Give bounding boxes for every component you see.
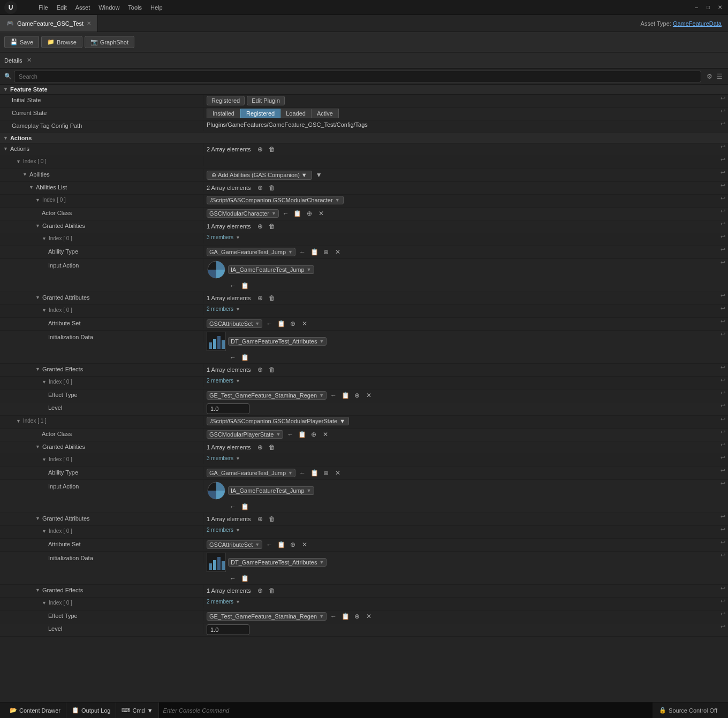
granted-attributes-1-remove[interactable]: 🗑 [267,514,277,524]
effect-type-1-clear[interactable]: ✕ [364,612,374,621]
effect-type-1-add[interactable]: ⊕ [352,612,362,621]
actor-class-0-add-icon[interactable]: ⊕ [305,209,314,218]
console-input[interactable] [159,702,653,718]
action-index-0-collapse[interactable]: ▼ [16,159,21,164]
abilities-list-remove[interactable]: 🗑 [267,183,277,193]
abilities-list-index-0-collapse[interactable]: ▼ [35,197,40,203]
gameplay-tag-reset[interactable]: ↩ [717,120,728,127]
init-data-0-select[interactable]: DT_GameFeatureTest_Attributes ▼ [228,337,327,346]
effect-type-0-reset[interactable]: ↩ [717,389,728,396]
ability-type-0-add2[interactable]: ⊕ [321,247,331,257]
abilities-collapse[interactable]: ▼ [22,172,27,177]
attribute-set-0-nav[interactable]: ← [264,319,274,329]
input-action-1-reset[interactable]: ↩ [717,480,728,487]
initial-state-reset[interactable]: ↩ [717,95,728,102]
granted-effects-1-reset[interactable]: ↩ [717,585,728,592]
actor-class-1-nav[interactable]: ← [285,430,295,439]
granted-effects-0-add[interactable]: ⊕ [255,365,265,375]
ability-type-1-add[interactable]: ⊕ [321,468,331,478]
granted-abilities-0-reset[interactable]: ↩ [717,220,728,227]
attribute-set-0-reset[interactable]: ↩ [717,318,728,325]
granted-abilities-1-index-0-reset[interactable]: ↩ [717,454,728,461]
granted-effects-0-reset[interactable]: ↩ [717,364,728,371]
asset-type-link[interactable]: GameFeatureData [673,20,722,27]
actions-add-icon[interactable]: ⊕ [255,144,265,154]
attribute-set-0-select[interactable]: GSCAttributeSet ▼ [207,319,262,328]
actor-class-1-select[interactable]: GSCModularPlayerState ▼ [207,430,283,439]
level-0-reset[interactable]: ↩ [717,402,728,409]
search-settings-icon[interactable]: ⚙ [706,72,714,81]
abilities-expand-icon[interactable]: ▼ [314,170,324,180]
granted-effects-1-collapse[interactable]: ▼ [35,587,40,593]
effect-type-0-select[interactable]: GE_Test_GameFeature_Stamina_Regen ▼ [207,391,327,400]
granted-effects-1-remove[interactable]: 🗑 [267,586,277,595]
granted-attrs-index-0-collapse[interactable]: ▼ [42,308,47,313]
ability-type-1-nav[interactable]: ← [298,468,307,478]
content-drawer-button[interactable]: 📂 Content Drawer [4,702,66,719]
attribute-set-1-select[interactable]: GSCAttributeSet ▼ [207,540,262,549]
menu-tools[interactable]: Tools [128,4,142,11]
effect-type-1-nav[interactable]: ← [329,612,338,621]
granted-effects-0-remove[interactable]: 🗑 [267,365,277,375]
granted-attributes-1-add[interactable]: ⊕ [255,514,265,524]
source-control-status[interactable]: 🔒 Source Control Off [653,707,724,714]
input-action-1-select[interactable]: IA_GameFeatureTest_Jump ▼ [228,486,314,495]
menu-help[interactable]: Help [150,4,163,11]
effect-type-1-copy[interactable]: 📋 [340,612,350,621]
maximize-button[interactable]: □ [704,4,712,11]
actor-class-0-copy-icon[interactable]: 📋 [293,209,302,218]
granted-attributes-0-add[interactable]: ⊕ [255,293,265,303]
granted-abilities-index-0-collapse[interactable]: ▼ [42,236,47,241]
granted-abilities-0-remove[interactable]: 🗑 [267,221,277,231]
path-bar-0-arrow[interactable]: ▼ [335,197,340,203]
granted-abilities-1-add[interactable]: ⊕ [255,442,265,452]
granted-abilities-members-arrow[interactable]: ▼ [236,235,240,240]
menu-edit[interactable]: Edit [57,4,67,11]
abilities-list-collapse[interactable]: ▼ [29,185,34,190]
granted-attrs-index-0-reset[interactable]: ↩ [717,305,728,312]
cmd-button[interactable]: ⌨ Cmd ▼ [116,702,158,719]
granted-effects-1-index-0-reset[interactable]: ↩ [717,598,728,605]
ability-type-0-copy[interactable]: 📋 [309,247,319,257]
search-filter-icon[interactable]: ☰ [716,72,724,81]
attribute-set-0-add[interactable]: ⊕ [288,319,298,329]
granted-abilities-1-index-0-collapse[interactable]: ▼ [42,457,47,462]
actor-class-1-clear[interactable]: ✕ [321,430,330,439]
tab-close-icon[interactable]: ✕ [87,20,91,26]
ability-type-1-reset[interactable]: ↩ [717,467,728,474]
level-1-input[interactable] [207,624,249,635]
granted-attributes-0-remove[interactable]: 🗑 [267,293,277,303]
menu-file[interactable]: File [39,4,48,11]
init-data-1-nav[interactable]: ← [228,574,238,583]
granted-abilities-index-0-reset[interactable]: ↩ [717,233,728,240]
granted-abilities-0-collapse[interactable]: ▼ [35,223,40,228]
granted-attributes-1-collapse[interactable]: ▼ [35,516,40,521]
action-index-1-collapse[interactable]: ▼ [16,418,21,424]
ability-type-0-nav[interactable]: ← [298,247,307,257]
output-log-button[interactable]: 📋 Output Log [66,702,116,719]
actor-class-0-clear-icon[interactable]: ✕ [316,209,326,218]
ability-type-0-select[interactable]: GA_GameFeatureTest_Jump ▼ [207,248,295,256]
action-index-0-reset[interactable]: ↩ [717,156,728,163]
input-action-1-copy[interactable]: 📋 [240,502,249,511]
init-data-1-reset[interactable]: ↩ [717,552,728,559]
level-1-reset[interactable]: ↩ [717,623,728,630]
tab-gamefeature[interactable]: 🎮 GameFeature_GSC_Test ✕ [0,15,98,32]
input-action-1-nav[interactable]: ← [228,502,238,511]
effect-type-1-reset[interactable]: ↩ [717,610,728,617]
granted-abilities-0-add[interactable]: ⊕ [255,221,265,231]
attribute-set-1-clear[interactable]: ✕ [300,540,309,549]
effect-type-0-clear[interactable]: ✕ [364,391,374,400]
ability-type-1-copy[interactable]: 📋 [309,468,319,478]
actor-class-0-nav-icon[interactable]: ← [281,209,291,218]
attribute-set-1-copy[interactable]: 📋 [276,540,286,549]
search-input[interactable] [14,71,701,82]
abilities-reset[interactable]: ↩ [717,169,728,176]
actions-row-reset[interactable]: ↩ [717,143,728,150]
init-data-1-select[interactable]: DT_GameFeatureTest_Attributes ▼ [228,558,327,567]
input-action-0-reset[interactable]: ↩ [717,259,728,266]
details-close-icon[interactable]: ✕ [27,57,32,64]
attribute-set-0-clear[interactable]: ✕ [300,319,309,329]
close-button[interactable]: ✕ [716,4,724,11]
granted-effects-1-index-0-collapse[interactable]: ▼ [42,600,47,606]
